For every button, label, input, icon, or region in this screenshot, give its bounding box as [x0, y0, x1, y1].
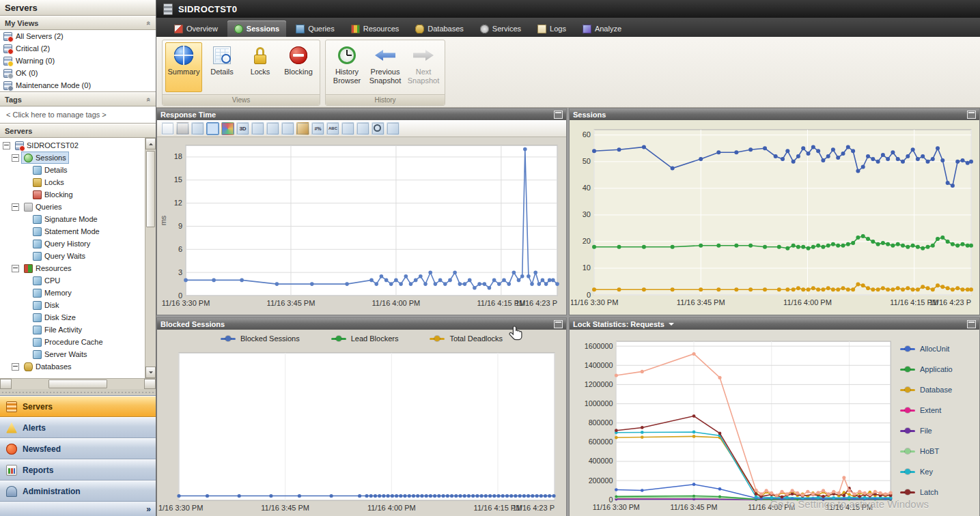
tree-item-server-waits[interactable]: Server Waits: [0, 348, 145, 360]
tree-item-locks[interactable]: Locks: [0, 176, 145, 188]
tree-item-disk[interactable]: Disk: [0, 299, 145, 311]
tab-analyze[interactable]: Analyze: [576, 20, 628, 37]
expander-icon[interactable]: [12, 363, 19, 371]
legend-item-lead-blockers[interactable]: Lead Blockers: [331, 334, 399, 343]
tree-vertical-scrollbar[interactable]: [145, 138, 156, 378]
tab-services[interactable]: Services: [473, 20, 528, 37]
tree-item-memory[interactable]: Memory: [0, 287, 145, 299]
maximize-panel-icon[interactable]: [967, 111, 976, 119]
tree-item-signature-mode[interactable]: Signature Mode: [0, 213, 145, 225]
nav-item-servers[interactable]: Servers: [0, 396, 156, 417]
tab-queries[interactable]: Queries: [289, 20, 341, 37]
blocking-button[interactable]: Blocking: [280, 42, 317, 92]
scroll-right-icon[interactable]: [144, 379, 156, 389]
sidebar-item-warning-0[interactable]: Warning (0): [0, 55, 156, 67]
sidebar-item-all-servers-2[interactable]: All Servers (2): [0, 30, 156, 42]
tb-palette-icon[interactable]: [221, 122, 234, 135]
tree-item-cpu[interactable]: CPU: [0, 274, 145, 287]
legend-item-blocked-sessions[interactable]: Blocked Sessions: [221, 334, 300, 343]
more-options-icon[interactable]: [146, 504, 151, 514]
servers-tree-header[interactable]: Servers: [0, 124, 156, 138]
locks-button[interactable]: Locks: [242, 42, 279, 92]
dropdown-icon[interactable]: [669, 323, 674, 328]
tb-properties-icon[interactable]: [387, 122, 400, 135]
scroll-left-icon[interactable]: [0, 379, 12, 389]
next-snapshot-button[interactable]: Next Snapshot: [405, 42, 442, 92]
tb-axes-icon[interactable]: [251, 122, 264, 135]
tree-item-databases[interactable]: Databases: [0, 360, 145, 373]
summary-button[interactable]: Summary: [165, 42, 202, 92]
tree-item-disk-size[interactable]: Disk Size: [0, 311, 145, 324]
tree-horizontal-scrollbar[interactable]: [0, 378, 156, 389]
tags-header[interactable]: Tags: [0, 92, 156, 106]
legend-item-total-deadlocks[interactable]: Total Deadlocks: [430, 334, 503, 343]
expander-icon[interactable]: [12, 154, 19, 162]
scroll-up-icon[interactable]: [145, 138, 156, 149]
tab-overview[interactable]: Overview: [167, 20, 225, 37]
expander-icon[interactable]: [3, 142, 10, 149]
legend-item-database[interactable]: Database: [900, 386, 977, 394]
my-views-header[interactable]: My Views: [0, 16, 156, 30]
previous-snapshot-button[interactable]: Previous Snapshot: [367, 42, 404, 92]
tb-abc-icon[interactable]: [326, 122, 339, 135]
scroll-track[interactable]: [12, 379, 144, 389]
nav-item-newsfeed[interactable]: Newsfeed: [0, 438, 156, 459]
legend-item-hobt[interactable]: HoBT: [900, 447, 977, 455]
panel-grid: Response Time 036912151811/16 3:30 PM11/…: [156, 108, 980, 516]
expander-icon[interactable]: [12, 265, 19, 272]
maximize-panel-icon[interactable]: [554, 320, 563, 328]
tree-item-details[interactable]: Details: [0, 164, 145, 176]
maximize-panel-icon[interactable]: [967, 320, 976, 328]
tab-logs[interactable]: Logs: [531, 20, 573, 37]
legend-item-allocunit[interactable]: AllocUnit: [900, 345, 977, 353]
legend-item-key[interactable]: Key: [900, 468, 977, 476]
legend-item-latch[interactable]: Latch: [900, 488, 977, 496]
collapse-icon[interactable]: [145, 20, 153, 25]
splitter-grip[interactable]: [0, 389, 156, 395]
legend-item-extent[interactable]: Extent: [900, 406, 977, 414]
scroll-down-icon[interactable]: [145, 367, 156, 378]
scroll-track[interactable]: [145, 149, 156, 367]
sidebar-item-maintenance-mode-0[interactable]: Maintenance Mode (0): [0, 79, 156, 91]
tree-item-file-activity[interactable]: File Activity: [0, 324, 145, 336]
tb-undo-icon[interactable]: [281, 122, 294, 135]
tb-gallery-icon[interactable]: [206, 122, 219, 135]
legend-item-applicatio[interactable]: Applicatio: [900, 365, 977, 373]
nav-item-alerts[interactable]: Alerts: [0, 417, 156, 438]
tab-sessions[interactable]: Sessions: [227, 20, 286, 37]
collapse-icon[interactable]: [145, 97, 153, 101]
tb-grid-icon[interactable]: [356, 122, 369, 135]
tb-window-icon[interactable]: [341, 122, 354, 135]
sidebar-item-ok-0[interactable]: OK (0): [0, 67, 156, 79]
tb-values-icon[interactable]: [311, 122, 324, 135]
tb-zoom-icon[interactable]: [372, 122, 384, 135]
legend-item-file[interactable]: File: [900, 427, 977, 435]
nav-item-reports[interactable]: Reports: [0, 459, 156, 481]
tree-item-queries[interactable]: Queries: [0, 201, 145, 213]
tree-item-query-waits[interactable]: Query Waits: [0, 250, 145, 262]
scroll-thumb[interactable]: [146, 151, 155, 227]
tb-rotate-icon[interactable]: [266, 122, 279, 135]
sidebar-item-critical-2[interactable]: Critical (2): [0, 42, 156, 55]
scroll-thumb[interactable]: [48, 379, 107, 388]
tb-pen-icon[interactable]: [296, 122, 309, 135]
tree-item-blocking[interactable]: Blocking: [0, 188, 145, 201]
tree-item-query-history[interactable]: Query History: [0, 238, 145, 250]
expander-icon[interactable]: [12, 203, 19, 211]
tree-item-sessions[interactable]: Sessions: [0, 152, 145, 164]
tb-3d-icon[interactable]: [236, 122, 249, 135]
tb-print-icon[interactable]: [176, 122, 189, 135]
tree-item-statement-mode[interactable]: Statement Mode: [0, 225, 145, 238]
details-button[interactable]: Details: [204, 42, 240, 92]
tb-export-icon[interactable]: [191, 122, 204, 135]
tb-copy-icon[interactable]: [161, 122, 174, 135]
manage-tags-link[interactable]: < Click here to manage tags >: [0, 106, 156, 124]
nav-item-administration[interactable]: Administration: [0, 481, 156, 502]
tree-item-sidroctst02[interactable]: SIDROCTST02: [0, 139, 145, 152]
history-browser-button[interactable]: History Browser: [328, 42, 365, 92]
maximize-panel-icon[interactable]: [554, 111, 563, 119]
tree-item-resources[interactable]: Resources: [0, 262, 145, 274]
tab-databases[interactable]: Databases: [408, 20, 471, 37]
tree-item-procedure-cache[interactable]: Procedure Cache: [0, 336, 145, 348]
tab-resources[interactable]: Resources: [344, 20, 406, 37]
